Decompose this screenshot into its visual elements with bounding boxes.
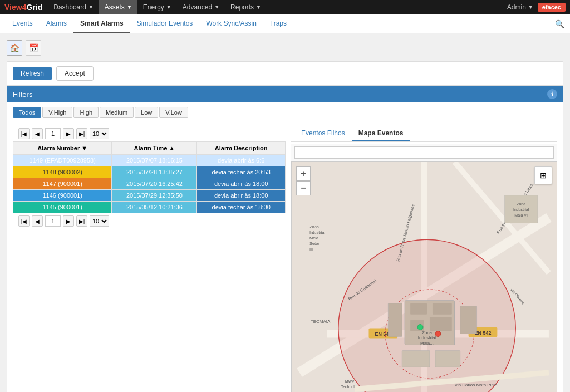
alarm-time-cell: 2015/07/07 18:16:15 [112,155,197,166]
layers-button[interactable]: ⊞ [534,166,552,184]
first-page-button[interactable]: |◀ [18,128,30,139]
nav-menu: Dashboard ▼ Assets ▼ Energy ▼ Advanced ▼… [48,0,507,14]
tab-simulador[interactable]: Simulador Eventos [130,15,200,33]
sev-tab-vhigh[interactable]: V.High [42,107,72,118]
chevron-down-icon: ▼ [256,4,261,10]
alarm-desc-cell: devia abrir às 18:00 [197,190,286,202]
chevron-down-icon: ▼ [528,4,533,10]
two-col-layout: |◀ ◀ ▶ ▶| 10 25 50 [7,120,563,392]
sev-tab-todos[interactable]: Todos [13,107,41,118]
map-filter-input[interactable] [294,146,554,159]
tab-traps[interactable]: Traps [263,15,293,33]
table-row[interactable]: 1149 (EFADT00928958)2015/07/07 18:16:15d… [13,155,286,166]
prev-page-btn-bottom[interactable]: ◀ [32,215,43,227]
table-row[interactable]: 1145 (900001)2015/05/12 10:21:36devia fe… [13,202,286,213]
info-icon[interactable]: ℹ [547,89,557,99]
prev-page-button[interactable]: ◀ [32,128,43,139]
svg-text:Via Carlos Mota Pinto: Via Carlos Mota Pinto [455,383,498,388]
accept-button[interactable]: Accept [56,66,94,81]
zoom-in-button[interactable]: + [296,166,311,181]
col-alarm-desc: Alarm Description [197,142,286,155]
nav-energy[interactable]: Energy ▼ [137,0,177,14]
svg-text:TECMAIA: TECMAIA [311,319,331,324]
alarm-desc-cell: devia fechar às 18:00 [197,202,286,213]
svg-rect-19 [435,350,460,367]
nav-dashboard[interactable]: Dashboard ▼ [48,0,99,14]
page-number-input[interactable] [45,128,61,139]
page-number-input-bottom[interactable] [45,215,61,227]
toolbar: Refresh Accept [7,62,563,86]
chevron-down-icon: ▼ [127,4,132,10]
svg-text:Zona: Zona [517,202,525,206]
main-content: 🏠 📅 Refresh Accept Filters ℹ Todos V.Hig… [0,33,570,392]
svg-rect-16 [388,303,402,337]
per-page-select-bottom[interactable]: 10 25 50 [90,215,109,227]
refresh-button[interactable]: Refresh [13,67,52,80]
last-page-button[interactable]: ▶| [76,128,87,139]
tab-alarms[interactable]: Alarms [40,15,73,33]
svg-rect-13 [433,303,452,315]
svg-text:Zona: Zona [422,330,433,335]
alarm-desc-cell: devia fechar às 20:53 [197,166,286,178]
zoom-out-button[interactable]: − [296,181,311,195]
map-tabs: Eventos Filhos Mapa Eventos [291,126,557,142]
calendar-icon: 📅 [29,43,38,52]
sev-tab-medium[interactable]: Medium [100,107,134,118]
svg-text:Industrial: Industrial [418,335,436,340]
svg-text:Maia: Maia [309,236,319,241]
svg-text:Setor: Setor [309,241,320,246]
sev-tab-vlow[interactable]: V.Low [159,107,188,118]
chevron-down-icon: ▼ [166,4,171,10]
tab-mapa-eventos[interactable]: Mapa Eventos [352,126,410,141]
house-icon-btn[interactable]: 🏠 [7,40,22,56]
icon-row: 🏠 📅 [7,40,563,56]
tab-smart-alarms[interactable]: Smart Alarms [73,15,130,33]
tab-events[interactable]: Events [6,15,40,33]
calendar-icon-btn[interactable]: 📅 [26,40,41,56]
col-alarm-time: Alarm Time ▲ [112,142,197,155]
nav-advanced[interactable]: Advanced ▼ [177,0,225,14]
alarm-time-cell: 2015/05/12 10:21:36 [112,202,197,213]
svg-text:MWV: MWV [345,379,355,383]
severity-section: Todos V.High High Medium Low V.Low |◀ ◀ … [7,102,563,392]
next-page-btn-bottom[interactable]: ▶ [63,215,74,227]
map-svg: EN 542 EN 542 [292,162,557,392]
nav-reports[interactable]: Reports ▼ [225,0,267,14]
severity-tabs: Todos V.High High Medium Low V.Low [7,102,563,120]
brand: View4Grid [4,3,42,12]
sev-tab-high[interactable]: High [73,107,99,118]
alarm-number-cell: 1149 (EFADT00928958) [13,155,112,166]
top-pagination: |◀ ◀ ▶ ▶| 10 25 50 [13,126,286,141]
alarm-time-cell: 2015/07/29 12:35:50 [112,190,197,202]
navbar: View4Grid Dashboard ▼ Assets ▼ Energy ▼ … [0,0,570,14]
nav-right: Admin ▼ efacec [507,3,566,12]
main-panel: Refresh Accept Filters ℹ Todos V.High Hi… [7,61,563,392]
zoom-controls: + − [296,166,311,195]
table-row[interactable]: 1146 (900001)2015/07/29 12:35:50devia ab… [13,190,286,202]
svg-text:Industrial: Industrial [513,208,529,212]
next-page-button[interactable]: ▶ [63,128,74,139]
svg-text:Maia VI: Maia VI [514,213,528,217]
table-row[interactable]: 1147 (900001)2015/07/20 16:25:42devia ab… [13,178,286,190]
admin-menu[interactable]: Admin ▼ [507,3,533,11]
alarm-number-cell: 1146 (900001) [13,190,112,202]
nav-assets[interactable]: Assets ▼ [99,0,137,14]
svg-point-23 [417,325,423,330]
left-column: |◀ ◀ ▶ ▶| 10 25 50 [13,126,286,392]
per-page-select[interactable]: 10 25 50 [90,128,109,139]
last-page-btn-bottom[interactable]: ▶| [76,215,87,227]
first-page-btn-bottom[interactable]: |◀ [18,215,30,227]
alarm-time-cell: 2015/07/20 16:25:42 [112,178,197,190]
tab-work-sync[interactable]: Work Sync/Assin [199,15,263,33]
alarm-desc-cell: devia abrir às 6:6 [197,155,286,166]
layers-icon: ⊞ [540,171,547,180]
bottom-pagination: |◀ ◀ ▶ ▶| 10 25 50 [13,213,286,229]
tab-eventos-filhos[interactable]: Eventos Filhos [294,126,352,141]
sev-tab-low[interactable]: Low [135,107,158,118]
efacec-logo: efacec [538,3,566,12]
svg-text:Intustrial: Intustrial [309,230,326,235]
table-row[interactable]: 1148 (900002)2015/07/28 13:35:27devia fe… [13,166,286,178]
search-icon[interactable]: 🔍 [555,19,564,28]
alarm-number-cell: 1147 (900001) [13,178,112,190]
alarm-desc-cell: devia abrir às 18:00 [197,178,286,190]
